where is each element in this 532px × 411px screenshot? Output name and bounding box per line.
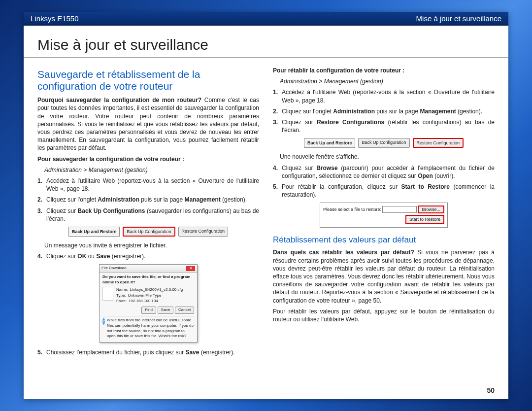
restore-prompt: Please select a file to restore:: [323, 206, 381, 212]
file-download-dialog: File Download ✕ Do you want to save this…: [99, 264, 198, 342]
page-number: 50: [487, 386, 495, 394]
content-columns: Sauvegarde et rétablissement de la confi…: [24, 58, 508, 360]
info-icon: ?: [102, 318, 105, 325]
rstep-4: Cliquez sur Browse (parcourir) pour accé…: [282, 164, 495, 180]
restore-steps-cont: 4.Cliquez sur Browse (parcourir) pour ac…: [273, 164, 495, 199]
navpath-right: Administration > Management (gestion): [280, 77, 495, 85]
find-button[interactable]: Find: [141, 307, 156, 314]
dialog-title: File Download: [101, 266, 127, 271]
intro-body: Comme c'est le cas pour toutes les donné…: [37, 97, 259, 151]
restore-file-input[interactable]: [382, 206, 417, 213]
restore-button-bar: Back Up and Restore Back Up Configuratio…: [273, 138, 495, 148]
intro-lead: Pourquoi sauvegarder la configuration de…: [37, 97, 201, 103]
rstep-2: Cliquez sur l'onglet Administration puis…: [282, 107, 495, 115]
backup-steps: 1.Accédez à l'utilitaire Web (reportez-v…: [37, 177, 259, 223]
restore-config-button-r[interactable]: Restore Configuration: [413, 138, 464, 148]
start-restore-button[interactable]: Start to Restore: [405, 215, 444, 224]
backup-config-button[interactable]: Back Up Configuration: [123, 227, 175, 237]
restore-steps: 1.Accédez à l'utilitaire Web (reportez-v…: [273, 88, 495, 134]
intro-paragraph: Pourquoi sauvegarder la configuration de…: [37, 96, 259, 152]
backup-config-button-r[interactable]: Back Up Configuration: [358, 138, 409, 148]
step-1: Accédez à l'utilitaire Web (reportez-vou…: [46, 177, 259, 193]
backup-steps-cont: 4.Cliquez sur OK ou Save (enregistrer).: [37, 252, 259, 260]
new-window-msg: Une nouvelle fenêtre s'affiche.: [280, 153, 495, 161]
subhead-restore: Pour rétablir la configuration de votre …: [273, 67, 495, 74]
header-right: Mise à jour et surveillance: [416, 14, 501, 23]
cancel-button[interactable]: Cancel: [175, 307, 194, 314]
close-icon[interactable]: ✕: [186, 266, 195, 271]
save-prompt-msg: Un message vous invite à enregistrer le …: [44, 241, 259, 249]
manual-page: Linksys E1550 Mise à jour et surveillanc…: [24, 12, 508, 399]
step-3: Cliquez sur Back Up Configurations (sauv…: [46, 207, 259, 223]
rstep-5: Pour rétablir la configuration, cliquez …: [282, 183, 495, 199]
chapter-title: Mise à jour et surveillance: [24, 26, 508, 58]
btnbar-label: Back Up and Restore: [68, 227, 120, 237]
left-column: Sauvegarde et rétablissement de la confi…: [37, 67, 259, 360]
header-bar: Linksys E1550 Mise à jour et surveillanc…: [24, 12, 508, 26]
defaults-body: Si vous ne parvenez pas à résoudre certa…: [273, 249, 495, 304]
btnbar-label-r: Back Up and Restore: [304, 138, 356, 148]
dialog-warning: While files from the Internet can be use…: [107, 318, 194, 339]
dialog-question: Do you want to save this file, or find a…: [102, 274, 194, 285]
defaults-paragraph: Dans quels cas rétablir les valeurs par …: [273, 248, 495, 304]
section-factory-reset: Rétablissement des valeurs par défaut: [273, 235, 495, 246]
section-backup-restore: Sauvegarde et rétablissement de la confi…: [37, 68, 259, 92]
header-left: Linksys E1550: [31, 14, 79, 23]
defaults-tail: Pour rétablir les valeurs par défaut, ap…: [273, 308, 495, 323]
file-icon: [102, 287, 113, 301]
rstep-3: Cliquez sur Restore Configurations (réta…: [282, 118, 495, 134]
defaults-lead: Dans quels cas rétablir les valeurs par …: [273, 249, 414, 256]
step-5: Choisissez l'emplacement du fichier, pui…: [46, 348, 259, 356]
step-2: Cliquez sur l'onglet Administration puis…: [46, 196, 259, 204]
restore-dialog: Please select a file to restore: Browse.…: [320, 203, 448, 227]
navpath-left: Administration > Management (gestion): [44, 166, 259, 174]
browse-button[interactable]: Browse...: [418, 206, 444, 213]
backup-steps-cont2: 5.Choisissez l'emplacement du fichier, p…: [37, 348, 259, 356]
step-4: Cliquez sur OK ou Save (enregistrer).: [46, 252, 259, 260]
rstep-1: Accédez à l'utilitaire Web (reportez-vou…: [282, 88, 495, 104]
restore-config-button[interactable]: Restore Configuration: [178, 227, 229, 237]
save-button[interactable]: Save: [158, 307, 173, 314]
subhead-backup: Pour sauvegarder la configuration de vot…: [37, 155, 259, 163]
right-column: Pour rétablir la configuration de votre …: [273, 67, 495, 360]
backup-button-bar: Back Up and Restore Back Up Configuratio…: [37, 227, 259, 237]
